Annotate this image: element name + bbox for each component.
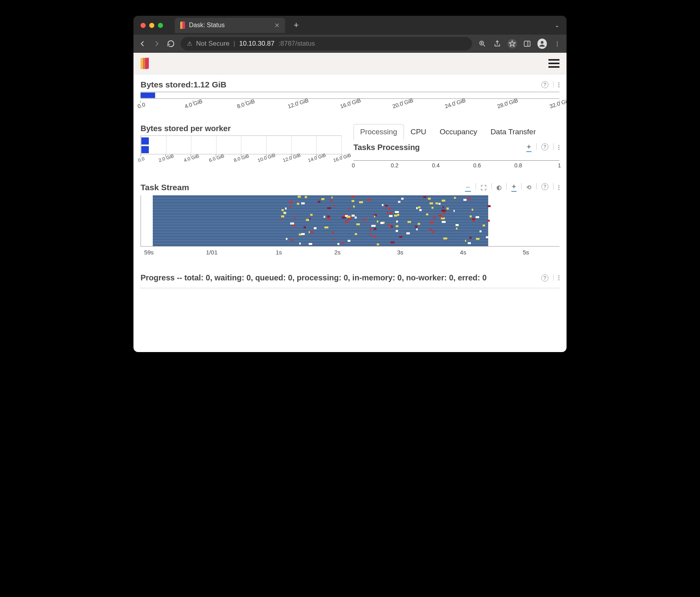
url-host: 10.10.30.87	[239, 40, 274, 48]
titlebar: Dask: Status ✕ + ⌄	[133, 16, 567, 35]
task-event	[341, 242, 344, 244]
axis-tick: 28.0 GiB	[496, 100, 518, 110]
plot-menu-icon[interactable]	[558, 274, 559, 282]
task-event	[333, 239, 335, 241]
address-bar[interactable]: ⚠ Not Secure | 10.10.30.87:8787/status	[181, 37, 472, 50]
processing-tabs: ProcessingCPUOccupancyData Transfer	[354, 124, 559, 140]
help-icon[interactable]: ?	[541, 183, 548, 190]
task-event	[416, 207, 417, 209]
forward-button[interactable]	[152, 39, 161, 48]
bytes-per-worker-title: Bytes stored per worker	[141, 124, 342, 133]
help-icon[interactable]: ?	[541, 81, 548, 88]
task-event	[309, 231, 310, 233]
zoom-icon[interactable]	[478, 39, 487, 48]
progress-title: Progress -- total: 0, waiting: 0, queued…	[141, 273, 559, 282]
axis-tick: 2.0 GiB	[158, 154, 174, 163]
task-event	[299, 243, 301, 245]
tab-occupancy[interactable]: Occupancy	[433, 124, 484, 140]
divider	[476, 183, 476, 189]
axis-tick: 0.0	[137, 100, 144, 110]
dashboard-content: Bytes stored: 1.12 GiB ? 0.04.0 GiB8.0 G…	[133, 74, 567, 300]
boxzoom-tool-icon[interactable]: ⛶	[481, 183, 487, 192]
task-event	[487, 220, 490, 222]
bytes-stored-title: Bytes stored: 1.12 GiB ?	[141, 80, 559, 89]
browser-tab[interactable]: Dask: Status ✕	[175, 18, 285, 33]
reset-tool-icon[interactable]: ⟲	[526, 183, 531, 192]
tap-tool-icon[interactable]: ✦	[511, 183, 517, 192]
axis-tick: 1	[558, 162, 561, 169]
tab-title: Dask: Status	[189, 22, 225, 29]
task-event	[390, 212, 392, 214]
reload-button[interactable]	[167, 39, 175, 48]
task-event	[435, 202, 438, 204]
axis-tick: 12.0 GiB	[282, 154, 301, 163]
task-event	[397, 214, 399, 216]
help-icon[interactable]: ?	[541, 143, 548, 150]
task-stream-label: Task Stream	[141, 183, 189, 192]
plot-menu-icon[interactable]	[558, 81, 559, 88]
task-event	[347, 216, 350, 218]
app-header	[133, 53, 567, 74]
divider	[491, 183, 492, 189]
task-event	[443, 212, 445, 214]
profile-button[interactable]	[537, 39, 547, 48]
plot-menu-icon[interactable]	[558, 183, 559, 192]
task-event	[423, 196, 426, 198]
task-stream-chart[interactable]	[141, 195, 559, 247]
close-tab-icon[interactable]: ✕	[274, 22, 280, 29]
url-path: :8787/status	[278, 40, 315, 48]
close-window-button[interactable]	[141, 23, 146, 28]
task-event	[395, 211, 399, 213]
task-event	[281, 215, 284, 217]
task-event	[374, 228, 376, 230]
task-event	[293, 224, 295, 226]
task-event	[487, 205, 491, 207]
task-event	[352, 196, 355, 198]
bookmark-button[interactable]	[507, 39, 517, 48]
task-event	[446, 208, 449, 210]
task-event	[356, 223, 360, 225]
axis-tick: 0.8	[515, 162, 522, 169]
tasks-processing-axis: 00.20.40.60.81	[354, 162, 559, 171]
divider	[536, 183, 537, 189]
tabs-dropdown-icon[interactable]: ⌄	[555, 22, 559, 28]
task-event	[399, 236, 402, 238]
tap-tool-icon[interactable]: ✦	[526, 143, 531, 152]
task-event	[373, 235, 376, 237]
wheelzoom-tool-icon[interactable]: ◐	[496, 183, 502, 192]
task-stream-axis: 59s1/011s2s3s4s5s	[141, 249, 559, 260]
tab-processing[interactable]: Processing	[354, 124, 404, 140]
task-event	[363, 219, 367, 221]
plot-menu-icon[interactable]	[558, 143, 559, 152]
dask-logo-icon	[180, 22, 185, 29]
help-icon[interactable]: ?	[541, 274, 548, 282]
maximize-window-button[interactable]	[158, 23, 163, 28]
new-tab-button[interactable]: +	[294, 20, 299, 30]
tasks-processing-axis-line	[354, 154, 559, 161]
tab-cpu[interactable]: CPU	[404, 124, 433, 140]
pan-tool-icon[interactable]: ↔	[465, 183, 471, 192]
separator: |	[233, 40, 235, 48]
task-event	[318, 201, 320, 203]
task-event	[387, 208, 391, 210]
task-event	[430, 202, 433, 204]
bytes-stored-prefix: Bytes stored:	[141, 80, 193, 89]
sidepanel-icon[interactable]	[522, 39, 532, 48]
share-icon[interactable]	[493, 39, 502, 48]
axis-tick: 10.0 GiB	[257, 154, 276, 163]
task-event	[370, 228, 372, 230]
task-event	[465, 240, 466, 242]
worker-bar	[141, 146, 149, 153]
axis-tick: 20.0 GiB	[392, 100, 413, 110]
task-event	[314, 227, 317, 229]
task-event	[480, 230, 481, 232]
task-event	[429, 229, 432, 231]
task-event	[345, 221, 349, 223]
menu-button[interactable]	[552, 39, 562, 48]
task-event	[298, 196, 301, 198]
back-button[interactable]	[138, 39, 147, 48]
minimize-window-button[interactable]	[149, 23, 154, 28]
tab-data-transfer[interactable]: Data Transfer	[484, 124, 543, 140]
task-event	[431, 207, 434, 209]
hamburger-menu-button[interactable]	[548, 57, 559, 70]
